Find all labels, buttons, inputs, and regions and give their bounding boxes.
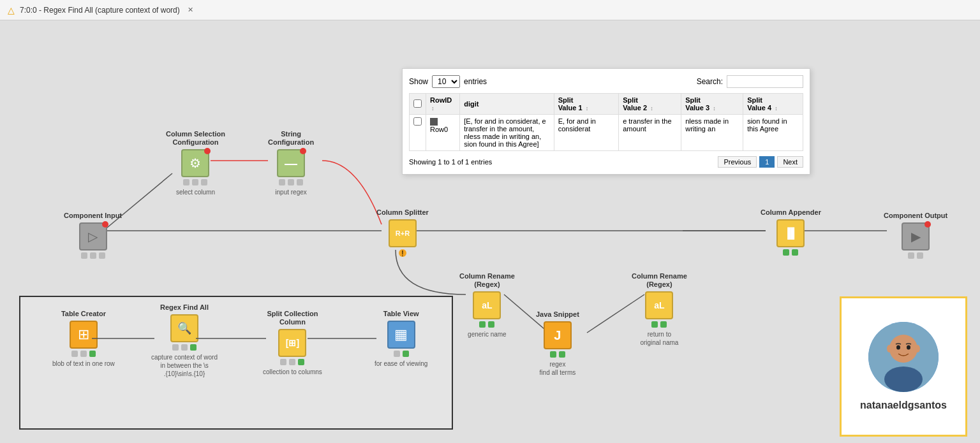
string-config-label: String Configuration: [268, 130, 314, 147]
svg-point-13: [896, 345, 900, 350]
column-rename2-label: Column Rename(Regex): [632, 272, 687, 289]
regex-findall-node[interactable]: Regex Find All capture context of word i…: [151, 303, 218, 378]
close-button[interactable]: ✕: [188, 6, 193, 14]
component-in-icon-glyph: [88, 229, 98, 244]
port-3: [190, 344, 197, 351]
java-snippet-node[interactable]: Java Snippet regexfind all terms: [536, 310, 579, 377]
column-sel-icon-glyph: [189, 156, 201, 171]
table-row: Row0 [E, for and in considerat, e transf…: [410, 115, 803, 151]
column-selection-node[interactable]: Column Selection Configuration select co…: [166, 130, 225, 196]
col-checkbox-header: [410, 94, 426, 115]
column-appender-node[interactable]: Column Appender: [761, 208, 821, 256]
show-entries: Show 10 25 50 entries: [409, 75, 487, 88]
port-3: [201, 179, 207, 185]
workflow-box: Table Creator blob of text in one row Re…: [19, 296, 453, 430]
port-1: [783, 249, 789, 256]
table-view-icon[interactable]: [387, 321, 415, 349]
avatar-name: natanaeldgsantos: [860, 400, 947, 411]
port-2: [289, 359, 295, 365]
table-controls: Show 10 25 50 entries Search:: [409, 75, 803, 88]
prev-button[interactable]: Previous: [718, 156, 757, 168]
row-checkbox[interactable]: [413, 117, 422, 126]
column-appender-icon[interactable]: [776, 219, 805, 247]
col-digit-header: digit: [460, 94, 554, 115]
row-color-indicator: [430, 118, 438, 126]
grid-icon-glyph: [78, 326, 89, 343]
port-1: [550, 351, 556, 358]
port-2: [403, 351, 409, 357]
port-2: [660, 321, 667, 328]
column-splitter-node[interactable]: Column Splitter !: [376, 208, 429, 257]
column-rename1-label: Column Rename(Regex): [459, 272, 515, 289]
column-selection-icon[interactable]: [181, 149, 209, 177]
table-creator-icon[interactable]: [70, 321, 98, 349]
column-splitter-icon[interactable]: [389, 219, 417, 247]
column-sel-red-dot: [204, 148, 211, 154]
column-rename2-ports: [651, 321, 667, 328]
port-1: [279, 179, 285, 185]
table-view-label: Table View: [383, 310, 419, 318]
column-rename2-icon[interactable]: [645, 291, 673, 319]
split-collection-icon[interactable]: [278, 329, 306, 357]
column-splitter-ports: !: [399, 249, 406, 257]
table-view-node[interactable]: Table View for ease of viewing: [375, 310, 427, 368]
component-output-red-dot: [924, 221, 931, 228]
entries-select[interactable]: 10 25 50: [432, 75, 460, 88]
col-split1-header: SplitValue 1 ↕: [554, 94, 619, 115]
title-text: 7:0:0 - Regex Find All (capture context …: [20, 6, 180, 15]
splitter-icon-glyph: [396, 229, 410, 238]
component-output-node[interactable]: Component Output: [884, 212, 947, 259]
split-collection-sublabel: collection to columns: [263, 368, 322, 376]
workflow-canvas: Show 10 25 50 entries Search: RowID ↕ di…: [0, 20, 980, 443]
column-rename1-icon[interactable]: [473, 291, 501, 319]
component-out-icon-glyph: [911, 229, 921, 244]
port-2: [792, 249, 798, 256]
search-input[interactable]: [727, 75, 803, 88]
component-input-icon[interactable]: [79, 222, 107, 251]
regex-findall-ports: [172, 344, 197, 351]
next-button[interactable]: Next: [777, 156, 803, 168]
java-icon-glyph: [554, 328, 561, 343]
column-appender-label: Column Appender: [761, 208, 821, 217]
search-box: Search:: [697, 75, 803, 88]
port-1: [81, 252, 87, 259]
page-1-button[interactable]: 1: [759, 156, 775, 168]
cell-split2: e transfer in the amount: [619, 115, 681, 151]
column-rename2-node[interactable]: Column Rename(Regex) return tooriginal n…: [632, 272, 687, 347]
port-3: [297, 179, 303, 185]
svg-point-11: [884, 367, 923, 392]
title-icon: △: [8, 5, 15, 15]
java-snippet-icon[interactable]: [544, 321, 572, 349]
component-input-ports: [81, 252, 105, 259]
component-output-ports: [908, 252, 923, 259]
port-2: [288, 179, 294, 185]
select-all-checkbox[interactable]: [413, 99, 422, 108]
port-1: [183, 179, 189, 185]
table-creator-node[interactable]: Table Creator blob of text in one row: [52, 310, 115, 368]
component-input-node[interactable]: Component Input: [64, 212, 122, 259]
split-icon-glyph: [286, 338, 299, 348]
search-icon-glyph: [177, 321, 191, 335]
column-selection-sublabel: select column: [176, 188, 215, 196]
table-creator-ports: [71, 351, 96, 357]
column-rename1-node[interactable]: Column Rename(Regex) generic name: [459, 272, 515, 338]
port-1: [71, 351, 78, 357]
svg-point-15: [887, 345, 892, 352]
component-input-label: Component Input: [64, 212, 122, 220]
string-config-node[interactable]: String Configuration input regex: [268, 130, 314, 196]
string-config-icon[interactable]: [277, 149, 305, 177]
string-icon-glyph: [285, 156, 297, 171]
component-output-icon[interactable]: [902, 222, 930, 251]
port-1: [908, 252, 914, 259]
col-split2-header: SplitValue 2 ↕: [619, 94, 681, 115]
split-collection-node[interactable]: Split CollectionColumn collection to col…: [263, 310, 322, 376]
avatar-svg: [868, 322, 939, 392]
port-2: [559, 351, 565, 358]
regex-findall-icon[interactable]: [170, 314, 198, 342]
column-selection-ports: [183, 179, 207, 185]
port-3: [99, 252, 105, 259]
column-appender-ports: [783, 249, 798, 256]
showing-text: Showing 1 to 1 of 1 entries: [409, 158, 492, 166]
cell-split4: sion found in this Agree: [743, 115, 803, 151]
port-1: [280, 359, 286, 365]
